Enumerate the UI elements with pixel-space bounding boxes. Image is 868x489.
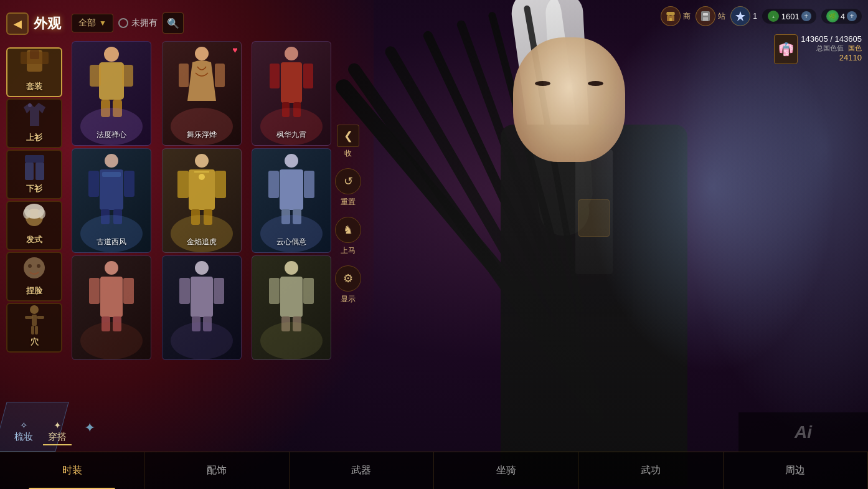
svg-point-13 — [37, 264, 40, 268]
chuanda-label: 穿搭 — [48, 431, 67, 443]
nav-shizhuang[interactable]: 时装 — [0, 452, 144, 489]
tab-xiashan[interactable]: 下衫 — [6, 150, 62, 199]
station-label: 站 — [718, 11, 725, 22]
svg-point-10 — [38, 209, 45, 219]
main-content-area: 全部 ▼ 未拥有 🔍 — [72, 12, 339, 360]
taozhuang-icon — [12, 47, 56, 81]
svg-rect-22 — [90, 65, 101, 87]
svg-rect-18 — [31, 326, 34, 335]
collapse-label: 收 — [344, 148, 352, 159]
svg-rect-44 — [177, 171, 189, 198]
svg-rect-6 — [35, 163, 44, 180]
costume-name-3: 古道西风 — [97, 237, 126, 247]
svg-point-67 — [285, 261, 298, 275]
costume-item-yunxinouyi[interactable]: 云心偶意 — [252, 148, 331, 253]
nav-peishi[interactable]: 配饰 — [144, 452, 289, 489]
collapse-button[interactable]: ❮ 收 — [337, 125, 359, 159]
station-icon[interactable] — [696, 6, 715, 26]
svg-point-61 — [195, 261, 209, 275]
svg-text:+: + — [772, 14, 775, 20]
nav-zhoubian[interactable]: 周边 — [724, 452, 868, 489]
stats-text: 143605 / 143605 总国色值 国色 24110 — [801, 34, 862, 62]
costume-item-gudaoxifeng[interactable]: 古道西风 — [72, 148, 151, 253]
svg-rect-19 — [35, 326, 38, 335]
filter-dropdown[interactable]: 全部 ▼ — [72, 14, 113, 32]
svg-rect-17 — [37, 316, 44, 319]
filter-not-owned[interactable]: 未拥有 — [118, 17, 158, 29]
deco-star-icon: ✦ — [84, 420, 95, 436]
costume-badge-icon[interactable]: 👘 — [774, 34, 798, 64]
page-title: 外观 — [34, 14, 61, 33]
category-tabs: 套装 上衫 — [6, 47, 62, 353]
nav-wugong-label: 武功 — [641, 464, 661, 477]
nav-zuoji[interactable]: 坐骑 — [434, 452, 578, 489]
nav-peishi-label: 配饰 — [207, 464, 227, 477]
svg-rect-4 — [25, 155, 44, 163]
shuzhuang-icon: ✧ — [20, 420, 28, 431]
left-sidebar: ◀ 外观 套装 — [6, 12, 62, 353]
currency-1-value: 1601 — [781, 12, 800, 21]
costume-item-fenghuajiuxiao[interactable]: 枫华九霄 — [252, 41, 331, 146]
costume-name-4: 金焰追虎 — [187, 237, 217, 247]
shop-icon[interactable] — [661, 6, 681, 26]
chuanda-icon: ✦ — [54, 420, 62, 431]
back-button-group[interactable]: ◀ 外观 — [6, 12, 62, 35]
reset-label: 重置 — [341, 197, 356, 207]
nav-wugong[interactable]: 武功 — [578, 452, 723, 489]
mount-label: 上马 — [341, 245, 356, 256]
mount-button[interactable]: ♞ 上马 — [335, 217, 361, 256]
currency-2-plus[interactable]: + — [847, 11, 857, 21]
xiashan-label: 下衫 — [26, 183, 42, 194]
shop-group: 商 — [661, 6, 691, 26]
tab-xue[interactable]: 穴 — [6, 303, 62, 353]
reset-button[interactable]: ↺ 重置 — [335, 168, 361, 207]
svg-rect-37 — [88, 171, 99, 197]
star-icon[interactable] — [730, 6, 750, 26]
svg-point-14 — [30, 305, 39, 314]
display-button[interactable]: ⚙ 显示 — [335, 265, 361, 305]
tab-taozhuang[interactable]: 套装 — [6, 47, 62, 97]
nav-wuqi[interactable]: 武器 — [290, 452, 434, 489]
star-count: 1 — [753, 12, 757, 21]
nav-zuoji-label: 坐骑 — [496, 464, 516, 477]
nav-chuanda-btn[interactable]: ✦ 穿搭 — [43, 419, 72, 445]
costume-name-2: 枫华九霄 — [276, 130, 306, 140]
nav-shuzhuang-btn[interactable]: ✧ 梳妆 — [9, 419, 38, 445]
costume-item-faduchanjin[interactable]: 法度禅心 — [72, 41, 151, 146]
currency-2-icon: 🌿 — [826, 10, 839, 22]
stats-area: 👘 143605 / 143605 总国色值 国色 24110 — [774, 34, 862, 64]
shangshan-icon — [12, 98, 56, 132]
tab-shangshan[interactable]: 上衫 — [6, 98, 62, 148]
svg-rect-63 — [179, 278, 190, 304]
currency-1-plus[interactable]: + — [801, 11, 811, 21]
costume-item-wulefuye[interactable]: ♥ 舞乐浮烨 — [162, 41, 242, 146]
nav-btns: ✧ 梳妆 ✦ 穿搭 — [3, 415, 78, 449]
tab-nijian[interactable]: 捏脸 — [6, 252, 62, 301]
costume-item-jinyanzhui[interactable]: 金焰追虎 — [162, 148, 242, 253]
currency-1-group: + 1601 + — [762, 9, 816, 24]
svg-rect-69 — [269, 278, 280, 304]
svg-rect-70 — [303, 278, 314, 304]
costume-item-row2-0[interactable] — [72, 255, 151, 360]
svg-rect-58 — [123, 278, 134, 304]
taozhuang-label: 套装 — [26, 81, 42, 92]
svg-point-29 — [285, 47, 298, 60]
filter-label: 全部 — [78, 17, 96, 29]
svg-rect-51 — [268, 171, 279, 198]
svg-rect-57 — [89, 278, 100, 304]
radio-label: 未拥有 — [131, 17, 158, 29]
station-group: 站 — [696, 6, 725, 26]
costume-item-row2-1[interactable] — [162, 255, 242, 360]
costume-name-1: 舞乐浮烨 — [187, 130, 217, 140]
nav-zhoubian-label: 周边 — [785, 464, 805, 477]
tab-fashi[interactable]: 发式 — [6, 201, 62, 250]
search-button[interactable]: 🔍 — [163, 12, 184, 34]
back-arrow-icon[interactable]: ◀ — [6, 12, 29, 35]
svg-point-49 — [285, 154, 298, 168]
radio-circle-icon — [118, 18, 128, 28]
svg-rect-38 — [124, 171, 134, 197]
ai-watermark: Ai — [738, 412, 868, 452]
costume-item-row2-2[interactable] — [252, 255, 331, 360]
svg-rect-27 — [179, 64, 189, 87]
svg-point-26 — [195, 47, 209, 60]
